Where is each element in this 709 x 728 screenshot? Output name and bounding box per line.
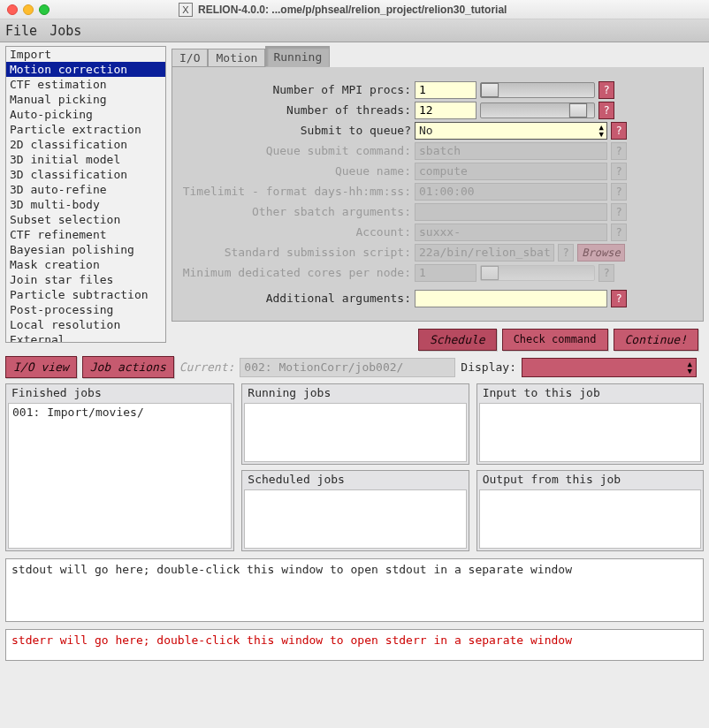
jobtype-item[interactable]: Mask creation [6,257,165,272]
othersb-help: ? [611,203,627,221]
stdout-console[interactable]: stdout will go here; double-click this w… [5,558,704,622]
tab-motion[interactable]: Motion [208,49,265,67]
mpi-input[interactable] [415,81,476,99]
window-title: RELION-4.0.0: ...ome/p/phseal/relion_pro… [198,4,507,16]
timelimit-input [415,183,607,201]
menu-file[interactable]: File [5,23,37,39]
running-jobs-list[interactable] [244,403,466,462]
running-jobs-header: Running jobs [242,384,468,401]
input-jobs-panel: Input to this job [476,383,704,465]
jobtype-item[interactable]: Particle extraction [6,122,165,137]
script-input [415,244,554,262]
output-jobs-header: Output from this job [477,471,703,488]
mincores-help: ? [598,264,614,282]
threads-label: Number of threads: [179,103,411,117]
account-help: ? [611,224,627,241]
mincores-label: Minimum dedicated cores per node: [179,266,411,279]
qname-input [415,163,607,180]
running-tab-panel: Number of MPI procs: ? Number of threads… [172,67,704,322]
current-job-field: 002: MotionCorr/job002/ [240,358,455,377]
mpi-slider[interactable] [480,82,595,98]
mincores-input [415,264,476,282]
jobtype-item[interactable]: External [6,332,165,343]
jobtype-item[interactable]: 3D initial model [6,152,165,167]
close-icon[interactable] [7,4,18,15]
window-close-button[interactable]: X [179,3,193,17]
jobtype-item[interactable]: Join star files [6,272,165,287]
jobtype-item[interactable]: Motion correction [6,62,165,77]
qsubcmd-help: ? [611,142,627,160]
tab-running[interactable]: Running [265,46,330,67]
account-label: Account: [179,225,411,239]
output-jobs-panel: Output from this job [476,470,704,551]
check-command-button[interactable]: Check command [502,329,608,351]
jobtype-item[interactable]: Post-processing [6,302,165,317]
threads-help[interactable]: ? [598,102,614,119]
addargs-label: Additional arguments: [179,292,411,305]
input-jobs-list[interactable] [479,403,701,462]
input-jobs-header: Input to this job [477,384,703,401]
script-label: Standard submission script: [179,246,411,259]
continue-button[interactable]: Continue! [614,329,698,351]
running-jobs-panel: Running jobs [241,383,469,465]
queue-value: No [419,124,433,137]
scheduled-jobs-panel: Scheduled jobs [241,470,469,551]
jobtype-item[interactable]: Auto-picking [6,107,165,122]
jobtype-item[interactable]: Local resolution [6,317,165,332]
minimize-icon[interactable] [23,4,34,15]
threads-slider[interactable] [480,102,595,118]
io-view-button[interactable]: I/O view [5,356,77,378]
maximize-icon[interactable] [39,4,50,15]
display-dropdown[interactable]: ▲▼ [522,358,697,377]
jobtype-item[interactable]: 3D classification [6,167,165,182]
timelimit-label: Timelimit - format days-hh:mm:ss: [179,185,411,198]
jobtype-item[interactable]: Bayesian polishing [6,242,165,257]
tab-bar: I/O Motion Running [172,46,704,67]
jobtype-item[interactable]: Import [6,47,165,62]
queue-dropdown[interactable]: No ▲▼ [415,122,607,140]
dropdown-arrows-icon: ▲▼ [599,124,604,138]
addargs-input[interactable] [415,290,607,307]
othersb-label: Other sbatch arguments: [179,205,411,218]
jobtype-item[interactable]: 3D auto-refine [6,182,165,197]
queue-label: Submit to queue? [179,124,411,137]
account-input [415,224,607,241]
menu-jobs[interactable]: Jobs [50,23,81,39]
queue-help[interactable]: ? [611,122,627,140]
threads-input[interactable] [415,102,476,119]
jobtype-item[interactable]: CTF estimation [6,77,165,92]
tab-io[interactable]: I/O [172,49,208,67]
jobtype-item[interactable]: 2D classification [6,137,165,152]
jobtype-item[interactable]: CTF refinement [6,227,165,242]
job-actions-button[interactable]: Job actions [82,356,174,378]
jobtype-item[interactable]: Particle subtraction [6,287,165,302]
stderr-console[interactable]: stderr will go here; double-click this w… [5,629,704,661]
qsubcmd-input [415,142,607,160]
list-item[interactable]: 001: Import/movies/ [12,406,227,419]
jobtype-item[interactable]: Subset selection [6,212,165,227]
qname-label: Queue name: [179,164,411,178]
schedule-button[interactable]: Schedule [418,329,497,351]
action-bar: Schedule Check command Continue! [172,322,704,354]
menubar: File Jobs [0,19,709,42]
scheduled-jobs-list[interactable] [244,489,466,549]
scheduled-jobs-header: Scheduled jobs [242,471,468,488]
job-type-list[interactable]: ImportMotion correctionCTF estimationMan… [5,46,166,343]
mincores-slider [480,265,595,281]
finished-jobs-panel: Finished jobs 001: Import/movies/ [5,383,234,551]
jobtype-item[interactable]: 3D multi-body [6,197,165,212]
addargs-help[interactable]: ? [611,290,627,307]
jobtype-item[interactable]: Manual picking [6,92,165,107]
finished-jobs-list[interactable]: 001: Import/movies/ [8,403,232,549]
mpi-label: Number of MPI procs: [179,83,411,96]
current-label: Current: [179,360,235,374]
browse-button: Browse [577,244,625,262]
mpi-help[interactable]: ? [598,81,614,99]
timelimit-help: ? [611,183,627,201]
othersb-input [415,203,607,221]
dropdown-arrows-icon: ▲▼ [688,360,692,375]
titlebar: X RELION-4.0.0: ...ome/p/phseal/relion_p… [0,0,709,19]
output-jobs-list[interactable] [479,489,701,549]
qname-help: ? [611,163,627,180]
qsubcmd-label: Queue submit command: [179,144,411,157]
